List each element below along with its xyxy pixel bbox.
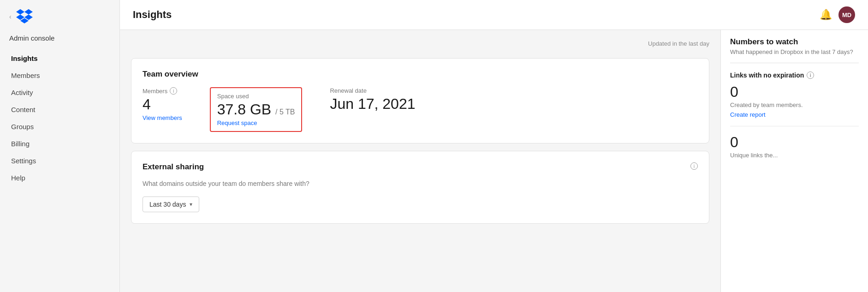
links-no-expiration-info-icon[interactable]: i bbox=[807, 72, 814, 79]
members-value: 4 bbox=[143, 96, 182, 113]
sidebar-item-members[interactable]: Members bbox=[6, 67, 114, 83]
links-no-expiration-label: Links with no expiration i bbox=[730, 72, 859, 79]
members-stat: Members i 4 View members bbox=[143, 87, 182, 121]
dropbox-logo[interactable] bbox=[16, 8, 33, 25]
main-content: Insights 🔔 MD Updated in the last day Te… bbox=[120, 0, 868, 292]
user-avatar[interactable]: MD bbox=[838, 6, 855, 23]
space-used-value: 37.8 GB / 5 TB bbox=[217, 101, 295, 118]
sidebar-item-settings[interactable]: Settings bbox=[6, 153, 114, 169]
time-range-dropdown[interactable]: Last 30 days ▾ bbox=[143, 197, 199, 212]
chevron-down-icon: ▾ bbox=[190, 201, 192, 208]
sidebar-item-groups[interactable]: Groups bbox=[6, 119, 114, 135]
external-sharing-info-icon[interactable]: i bbox=[690, 162, 698, 170]
numbers-to-watch-sidebar: Numbers to watch What happened in Dropbo… bbox=[720, 30, 868, 292]
sidebar-item-billing[interactable]: Billing bbox=[6, 136, 114, 152]
sidebar-collapse-button[interactable]: ‹ bbox=[9, 13, 12, 20]
notification-bell-icon[interactable]: 🔔 bbox=[820, 9, 832, 21]
space-used-unit: / 5 TB bbox=[275, 108, 295, 116]
ntw-subtitle: What happened in Dropbox in the last 7 d… bbox=[730, 48, 859, 63]
external-sharing-text-group: External sharing What domains outside yo… bbox=[143, 162, 309, 187]
renewal-value: Jun 17, 2021 bbox=[330, 96, 415, 112]
create-report-link[interactable]: Create report bbox=[730, 111, 766, 118]
members-label: Members i bbox=[143, 87, 182, 95]
space-used-stat: Space used 37.8 GB / 5 TB Request space bbox=[217, 93, 295, 126]
header: Insights 🔔 MD bbox=[120, 0, 868, 30]
ntw-divider bbox=[730, 126, 859, 126]
dropdown-value: Last 30 days bbox=[149, 201, 186, 208]
content-area: Updated in the last day Team overview Me… bbox=[120, 30, 868, 292]
space-used-box: Space used 37.8 GB / 5 TB Request space bbox=[210, 87, 303, 132]
page-title: Insights bbox=[133, 9, 172, 21]
members-info-icon[interactable]: i bbox=[170, 87, 177, 95]
sidebar-item-content[interactable]: Content bbox=[6, 101, 114, 118]
external-sharing-card: External sharing What domains outside yo… bbox=[131, 151, 709, 224]
team-overview-card: Team overview Members i 4 View members bbox=[131, 58, 709, 143]
sidebar-nav: Insights Members Activity Content Groups… bbox=[0, 50, 119, 187]
admin-console-label: Admin console bbox=[0, 30, 119, 50]
renewal-label: Renewal date bbox=[330, 87, 415, 94]
external-sharing-description: What domains outside your team do member… bbox=[143, 180, 309, 187]
space-used-label: Space used bbox=[217, 93, 295, 100]
team-overview-title: Team overview bbox=[143, 70, 698, 79]
sidebar-item-insights[interactable]: Insights bbox=[6, 50, 114, 66]
ntw-title: Numbers to watch bbox=[730, 37, 859, 47]
request-space-link[interactable]: Request space bbox=[217, 119, 295, 126]
renewal-stat: Renewal date Jun 17, 2021 bbox=[330, 87, 415, 112]
team-overview-grid: Members i 4 View members Space used 37.8… bbox=[143, 87, 698, 132]
second-stat-desc: Unique links the... bbox=[730, 152, 859, 159]
view-members-link[interactable]: View members bbox=[143, 114, 182, 121]
content-main: Updated in the last day Team overview Me… bbox=[120, 30, 720, 292]
external-sharing-header: External sharing What domains outside yo… bbox=[143, 162, 698, 187]
second-stat-value: 0 bbox=[730, 134, 859, 151]
external-sharing-title: External sharing bbox=[143, 162, 309, 172]
dropbox-icon bbox=[16, 8, 33, 25]
header-right: 🔔 MD bbox=[820, 6, 855, 23]
logo-area: ‹ bbox=[0, 0, 119, 30]
sidebar: ‹ Admin console Insights Members Activit… bbox=[0, 0, 120, 292]
updated-timestamp: Updated in the last day bbox=[131, 37, 709, 51]
sidebar-item-help[interactable]: Help bbox=[6, 170, 114, 186]
links-no-expiration-value: 0 bbox=[730, 83, 859, 101]
links-no-expiration-desc: Created by team members. bbox=[730, 101, 859, 108]
sidebar-item-activity[interactable]: Activity bbox=[6, 84, 114, 101]
